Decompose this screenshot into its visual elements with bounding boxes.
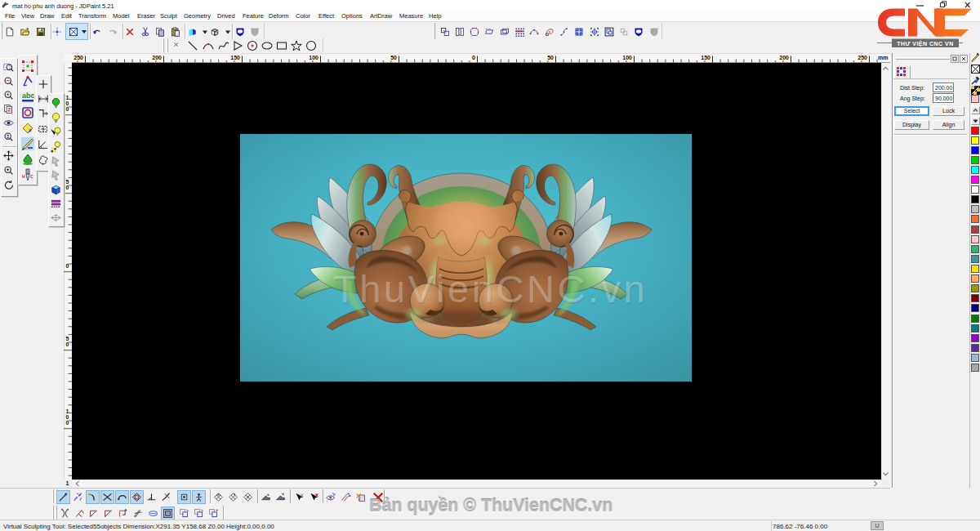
svg-text:ThuVienCNC.vn: ThuVienCNC.vn	[333, 267, 648, 310]
svg-text:H: H	[22, 174, 25, 179]
svg-text:abc: abc	[22, 91, 34, 100]
svg-text:C: C	[30, 174, 33, 179]
svg-text:THƯ VIỆN CNC VN: THƯ VIỆN CNC VN	[897, 40, 954, 47]
